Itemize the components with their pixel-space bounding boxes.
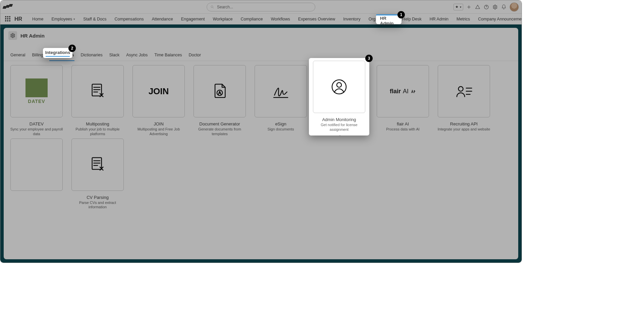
chevron-down-icon: ▾ [460, 5, 462, 9]
highlight-card-top[interactable] [313, 61, 365, 113]
card-title: JOIN [154, 121, 164, 126]
card-desc: Multiposting and Free Job Advertising [129, 127, 188, 137]
chevron-down-icon: ▾ [73, 17, 75, 21]
help-icon[interactable] [483, 4, 489, 10]
page-shell: HR Admin General Billing Integrations Di… [0, 24, 522, 263]
card-datev[interactable]: DATEV DATEV Sync your employee and payro… [7, 65, 66, 137]
recruiting-icon [454, 82, 473, 101]
svg-point-0 [211, 6, 213, 8]
integration-grid: DATEV DATEV Sync your employee and payro… [4, 61, 518, 214]
highlight-card-desc: Get notified for license assignment [312, 123, 367, 132]
nav-hr-admin[interactable]: HR Admin [426, 14, 452, 24]
callout-hr-admin-nav: HR Admin 1 [376, 14, 401, 24]
card-desc: Integrate your apps and website [436, 127, 492, 136]
nav-home[interactable]: Home [28, 14, 47, 24]
card-doc-generator[interactable]: Document Generator Generate documents fr… [190, 65, 249, 137]
join-logo-icon: JOIN [149, 86, 169, 97]
card-desc: Process data with AI [384, 127, 422, 136]
subtab-time-balances[interactable]: Time Balances [151, 50, 185, 61]
global-header: ★ ▾ [0, 0, 522, 14]
highlight-card-title: Admin Monitoring [322, 117, 356, 122]
nav-workplace[interactable]: Workplace [209, 14, 237, 24]
search-input[interactable] [216, 4, 312, 10]
card-desc: Sign documents [266, 127, 296, 136]
app-logo [3, 4, 15, 10]
app-name: HR [14, 16, 22, 22]
nav-announcements[interactable]: Company Announcements▾ [474, 14, 522, 24]
datev-logo-icon [25, 78, 48, 97]
star-icon: ★ [455, 5, 459, 9]
user-icon [330, 77, 348, 96]
add-button[interactable] [466, 4, 472, 10]
callout-badge-3: 3 [365, 55, 373, 62]
settings-icon[interactable] [492, 4, 498, 10]
gear-icon [10, 33, 15, 38]
page-header: HR Admin [4, 28, 518, 42]
notifications-icon[interactable] [501, 4, 507, 10]
nav-inventory[interactable]: Inventory [339, 14, 364, 24]
page-icon [8, 31, 17, 40]
logo-icon [3, 4, 13, 10]
card-recruiting-api[interactable]: Recruiting API Integrate your apps and w… [434, 65, 493, 137]
signature-icon [271, 82, 290, 101]
card-title: Multiposting [86, 121, 109, 126]
card-blank[interactable] [7, 139, 66, 210]
warning-icon[interactable] [475, 4, 481, 10]
favorites-button[interactable]: ★ ▾ [453, 4, 463, 10]
nav-metrics[interactable]: Metrics [452, 14, 474, 24]
primary-nav: HR Home Employees▾ Staff & Docs Compensa… [0, 14, 522, 24]
svg-point-2 [494, 6, 496, 8]
svg-point-3 [12, 35, 13, 36]
datev-wordmark: DATEV [28, 99, 45, 104]
card-title: Document Generator [199, 121, 240, 126]
global-search[interactable] [207, 3, 315, 11]
search-icon [210, 5, 214, 9]
subtab-slack[interactable]: Slack [106, 50, 123, 61]
nav-attendance[interactable]: Attendance [148, 14, 177, 24]
nav-items: Home Employees▾ Staff & Docs Compensatio… [28, 14, 522, 24]
callout-integrations-tab: Integrations 2 [43, 48, 72, 58]
nav-compliance[interactable]: Compliance [236, 14, 267, 24]
document-icon [88, 155, 107, 174]
app-launcher-icon[interactable] [5, 16, 10, 22]
flair-ai-logo-icon: flairAI [390, 88, 416, 95]
card-join[interactable]: JOIN JOIN Multiposting and Free Job Adve… [129, 65, 188, 137]
nav-compensations[interactable]: Compensations [111, 14, 148, 24]
card-desc: Generate documents from templates [190, 127, 249, 137]
page-card: HR Admin General Billing Integrations Di… [4, 28, 518, 259]
card-cv-parsing[interactable]: CV Parsing Parse CVs and extract informa… [68, 139, 127, 210]
svg-point-11 [337, 83, 341, 87]
card-title: DATEV [30, 121, 44, 126]
nav-expenses[interactable]: Expenses Overview [294, 14, 339, 24]
page-title: HR Admin [20, 33, 45, 39]
document-icon [88, 82, 107, 101]
svg-point-8 [459, 87, 463, 91]
nav-employees[interactable]: Employees▾ [47, 14, 79, 24]
card-desc: Sync your employee and payroll data [7, 127, 66, 137]
card-desc: Publish your job to multiple platforms [68, 127, 127, 137]
callout-badge-1: 1 [397, 11, 405, 18]
card-esign[interactable]: eSign Sign documents [251, 65, 310, 137]
app-frame: ★ ▾ HR Home Employees▾ Staff & Docs Comp… [0, 0, 522, 263]
card-title: Recruiting API [450, 121, 478, 126]
user-avatar[interactable] [509, 2, 519, 12]
subtab-async-jobs[interactable]: Async Jobs [123, 50, 151, 61]
subtab-general[interactable]: General [7, 50, 29, 61]
subtab-row: General Billing Integrations Dictionarie… [4, 42, 518, 61]
card-title: eSign [275, 121, 286, 126]
header-actions: ★ ▾ [453, 2, 519, 12]
document-a-icon [210, 82, 229, 101]
card-title: flair AI [397, 121, 409, 126]
subtab-dictionaries[interactable]: Dictionaries [77, 50, 106, 61]
card-desc: Parse CVs and extract information [68, 201, 127, 210]
card-flair-ai[interactable]: flairAI flair AI Process data with AI [373, 65, 432, 137]
nav-staff-docs[interactable]: Staff & Docs [79, 14, 110, 24]
callout-badge-2: 2 [68, 45, 76, 52]
nav-engagement[interactable]: Engagement [177, 14, 209, 24]
nav-workflows[interactable]: Workflows [267, 14, 294, 24]
card-multiposting[interactable]: Multiposting Publish your job to multipl… [68, 65, 127, 137]
subtab-doctor[interactable]: Doctor [185, 50, 204, 61]
callout-admin-monitoring-card: Admin Monitoring Get notified for licens… [309, 58, 369, 136]
card-title: CV Parsing [87, 195, 109, 200]
